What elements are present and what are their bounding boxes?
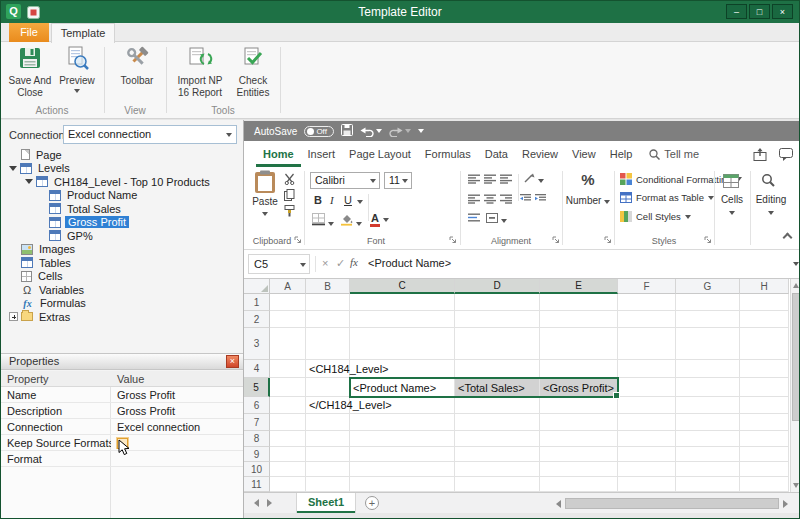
sheet-nav-right-icon[interactable] [267,499,272,507]
excel-save-icon[interactable] [341,122,353,140]
cell-E11[interactable] [540,477,618,492]
name-box[interactable]: C5 [248,254,310,274]
cell-A6[interactable] [270,397,306,414]
cell-G10[interactable] [676,462,740,477]
tab-help[interactable]: Help [603,141,640,167]
cell-A1[interactable] [270,294,306,311]
row-header-5[interactable]: 5 [244,378,270,397]
bold-button[interactable]: B [314,194,322,206]
decrease-indent-button[interactable] [520,194,531,205]
row-header-1[interactable]: 1 [244,294,270,311]
expander-plus-icon[interactable] [9,312,18,321]
import-np16-report-button[interactable]: Import NP 16 Report [173,45,227,98]
cell-G4[interactable] [676,360,740,378]
format-as-table-button[interactable]: Format as Table [620,192,714,203]
cell-C8[interactable] [350,431,455,447]
alignment-dialog-launcher[interactable] [552,235,560,246]
check-entities-button[interactable]: Check Entities [229,45,277,98]
cell-H10[interactable] [740,462,789,477]
tab-review[interactable]: Review [515,141,565,167]
cell-D8[interactable] [455,431,540,447]
cell-F2[interactable] [618,311,676,328]
row-header-10[interactable]: 10 [244,462,270,477]
cell-A3[interactable] [270,328,306,360]
tab-page-layout[interactable]: Page Layout [342,141,418,167]
cell-D1[interactable] [455,294,540,311]
editing-caret[interactable] [768,211,774,215]
scroll-up-icon[interactable] [793,283,799,288]
cell-C5[interactable]: <Product Name> [350,378,455,397]
cell-styles-button[interactable]: Cell Styles [620,211,691,222]
cell-E9[interactable] [540,447,618,462]
tree-item-gp-percent[interactable]: GP% [1,229,243,243]
tree-item-images[interactable]: Images [1,243,243,257]
tree-item-variables[interactable]: Ω Variables [1,283,243,297]
row-header-3[interactable]: 3 [244,328,270,360]
cell-C7[interactable] [350,414,455,431]
tree-item-gross-profit[interactable]: Gross Profit [1,216,243,230]
horizontal-scrollbar[interactable] [556,497,788,510]
cell-A5[interactable] [270,378,306,397]
styles-dialog-launcher[interactable] [704,235,712,246]
scroll-down-icon[interactable] [793,483,799,488]
tab-view[interactable]: View [565,141,603,167]
tell-me-search[interactable]: Tell me [649,141,699,167]
wrap-text-button[interactable] [468,213,480,225]
row-header-4[interactable]: 4 [244,360,270,378]
font-size-combo[interactable]: 11 [384,172,412,189]
cell-E5[interactable]: <Gross Profit> [540,378,618,397]
cell-H4[interactable] [740,360,789,378]
connection-select[interactable]: Excel connection [63,125,237,144]
align-right-button[interactable] [500,194,512,206]
clipboard-dialog-launcher[interactable] [294,235,302,246]
minimize-button[interactable]: – [726,4,747,19]
number-format-button[interactable]: Number [563,195,613,206]
cell-A10[interactable] [270,462,306,477]
cell-C1[interactable] [350,294,455,311]
properties-close-button[interactable]: × [226,355,239,368]
preview-button[interactable]: Preview [55,45,99,93]
column-header-D[interactable]: D [455,279,540,294]
cut-button[interactable] [284,173,295,187]
maximize-button[interactable]: □ [749,4,770,19]
tree-item-cells[interactable]: Cells [1,270,243,284]
formula-input[interactable]: <Product Name> [368,257,451,269]
cell-H11[interactable] [740,477,789,492]
cell-C3[interactable] [350,328,455,360]
expander-open-icon[interactable] [9,166,17,171]
close-button[interactable]: × [772,4,793,19]
number-dialog-launcher[interactable] [604,235,612,246]
cell-D9[interactable] [455,447,540,462]
customize-quick-access-caret[interactable] [418,129,424,133]
cell-B7[interactable] [306,414,350,431]
cell-G5[interactable] [676,378,740,397]
tree-item-product-name[interactable]: Product Name [1,189,243,203]
row-header-7[interactable]: 7 [244,414,270,431]
cell-A11[interactable] [270,477,306,492]
copy-button[interactable] [284,189,295,203]
cell-G2[interactable] [676,311,740,328]
cell-B9[interactable] [306,447,350,462]
cell-G9[interactable] [676,447,740,462]
merge-center-button[interactable] [486,213,507,225]
cell-A2[interactable] [270,311,306,328]
cell-C10[interactable] [350,462,455,477]
tab-insert[interactable]: Insert [301,141,343,167]
cell-E7[interactable] [540,414,618,431]
cell-F1[interactable] [618,294,676,311]
cell-A4[interactable] [270,360,306,378]
cell-D10[interactable] [455,462,540,477]
cell-F8[interactable] [618,431,676,447]
cell-H5[interactable] [740,378,789,397]
tree-item-formulas[interactable]: fx Formulas [1,297,243,311]
align-top-button[interactable] [468,174,480,186]
editing-button[interactable]: Editing [751,194,791,205]
property-row-connection[interactable]: Connection Excel connection [1,419,243,435]
column-header-C[interactable]: C [350,279,455,294]
cell-C2[interactable] [350,311,455,328]
cell-E2[interactable] [540,311,618,328]
cell-G6[interactable] [676,397,740,414]
cell-H7[interactable] [740,414,789,431]
save-and-close-button[interactable]: Save And Close [7,45,53,98]
tab-formulas[interactable]: Formulas [418,141,478,167]
